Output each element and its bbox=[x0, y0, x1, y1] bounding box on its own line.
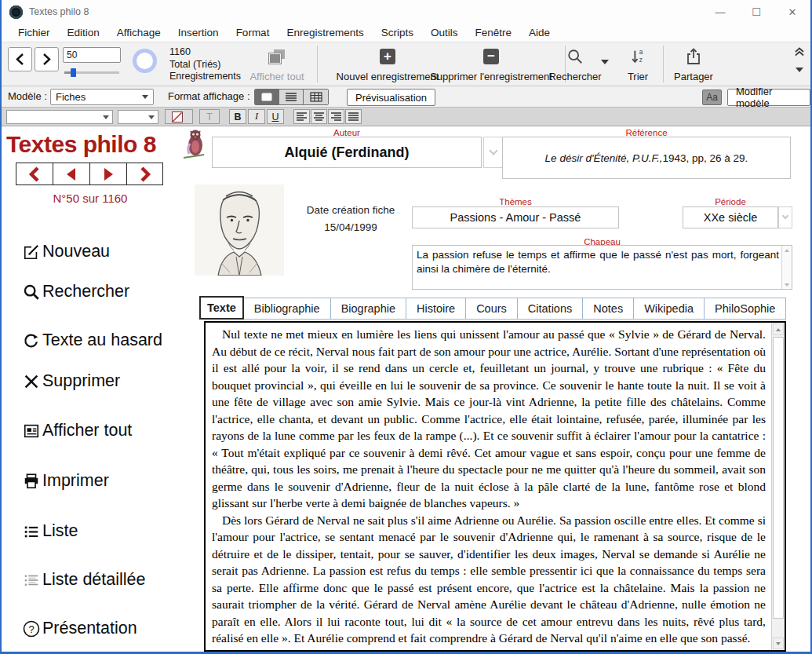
sidebar-item-texte-au-hasard[interactable]: Texte au hasard bbox=[22, 331, 162, 350]
sidebar-item-nouveau[interactable]: Nouveau bbox=[22, 242, 110, 261]
tab-citations[interactable]: Citations bbox=[518, 298, 583, 320]
italic-button[interactable]: I bbox=[248, 109, 265, 124]
scroll-up-icon[interactable] bbox=[782, 246, 792, 254]
record-number-input[interactable] bbox=[63, 47, 121, 63]
menu-enregistrements[interactable]: Enregistrements bbox=[278, 27, 372, 38]
minimize-button[interactable]: — bbox=[702, 0, 738, 24]
reference-field[interactable]: Le désir d'Étenité, P.U.F., 1943, pp, 26… bbox=[502, 137, 791, 179]
menu-fichier[interactable]: Fichier bbox=[9, 27, 59, 38]
sidebar-item-liste-detaillee[interactable]: Liste détaillée bbox=[22, 570, 145, 590]
app-window: Textes philo 8 — ☐ ✕ Fichier Edition Aff… bbox=[0, 0, 812, 654]
collapse-toolbar-icon[interactable] bbox=[795, 47, 804, 57]
search-icon bbox=[566, 48, 584, 65]
next-record-button[interactable] bbox=[35, 47, 59, 71]
align-left-button[interactable] bbox=[293, 109, 310, 124]
minus-icon: − bbox=[483, 49, 499, 64]
next-record-nav-button[interactable] bbox=[89, 163, 126, 185]
found-set-pie-indicator[interactable] bbox=[133, 49, 157, 73]
menu-insertion[interactable]: Insertion bbox=[169, 27, 228, 38]
refresh-icon bbox=[22, 331, 41, 350]
edit-layout-button[interactable]: Modifier modèle bbox=[727, 89, 810, 106]
align-justify-icon bbox=[348, 112, 359, 121]
form-view-button[interactable] bbox=[255, 90, 279, 104]
paragraph: Ainsi le rêve des passions est vaincu pa… bbox=[212, 647, 766, 651]
auteur-field[interactable]: Alquié (Ferdinand) bbox=[212, 137, 482, 168]
slider-thumb[interactable] bbox=[71, 68, 76, 77]
tab-bibliographie[interactable]: Bibliographie bbox=[244, 298, 331, 320]
sidebar-item-presentation[interactable]: ? Présentation bbox=[22, 619, 137, 638]
sidebar-item-liste[interactable]: Liste bbox=[22, 521, 78, 541]
menu-aide[interactable]: Aide bbox=[520, 27, 559, 38]
show-all-button[interactable]: Afficher tout bbox=[241, 46, 313, 82]
scroll-down-icon[interactable] bbox=[773, 638, 784, 649]
list-icon bbox=[22, 522, 41, 541]
sidebar-item-afficher-tout[interactable]: Afficher tout bbox=[22, 421, 132, 440]
font-size-select[interactable] bbox=[118, 110, 158, 124]
preview-button[interactable]: Prévisualisation bbox=[347, 89, 435, 106]
menu-edition[interactable]: Edition bbox=[59, 27, 108, 38]
formatting-aa-button[interactable]: Aa bbox=[702, 90, 722, 105]
bold-button[interactable]: B bbox=[229, 109, 246, 124]
previous-record-nav-button[interactable] bbox=[53, 163, 89, 185]
texte-scrollbar[interactable] bbox=[771, 323, 785, 650]
underline-button[interactable]: U bbox=[267, 109, 284, 124]
sidebar-item-label: Imprimer bbox=[42, 471, 109, 491]
tab-biographie[interactable]: Biographie bbox=[331, 298, 406, 320]
periode-dropdown-button[interactable] bbox=[778, 206, 792, 228]
tab-philosophie[interactable]: PhiloSophie bbox=[705, 298, 786, 320]
share-button[interactable]: Partager bbox=[664, 46, 723, 82]
table-view-button[interactable] bbox=[304, 90, 328, 104]
scroll-down-icon[interactable] bbox=[782, 280, 792, 289]
tab-wikipedia[interactable]: Wikipedia bbox=[634, 298, 705, 320]
tab-histoire[interactable]: Histoire bbox=[406, 298, 466, 320]
text-style-t-button[interactable]: T bbox=[199, 109, 220, 124]
texte-content[interactable]: Nul texte ne met mieux en lumière les li… bbox=[206, 323, 770, 650]
status-toolbar: 1160 Total (Triés) Enregistrements Affic… bbox=[2, 42, 810, 86]
scroll-up-icon[interactable] bbox=[773, 323, 784, 335]
tab-texte[interactable]: Texte bbox=[199, 296, 244, 320]
auteur-dropdown-button[interactable] bbox=[483, 137, 504, 168]
close-button[interactable]: ✕ bbox=[774, 0, 810, 24]
font-color-button[interactable] bbox=[165, 109, 193, 124]
paragraph: Dès lors Gérard de Nerval ne sait plus s… bbox=[212, 512, 766, 647]
menu-format[interactable]: Format bbox=[228, 27, 279, 38]
previous-record-button[interactable] bbox=[8, 47, 32, 71]
chapeau-field[interactable]: La passion refuse le temps et affirme qu… bbox=[412, 245, 792, 290]
find-button[interactable]: Rechercher bbox=[544, 46, 606, 82]
creation-date-label: Date création fiche bbox=[293, 202, 408, 219]
list-detail-icon bbox=[22, 571, 41, 590]
record-slider[interactable] bbox=[64, 68, 119, 76]
sidebar-item-imprimer[interactable]: Imprimer bbox=[22, 471, 109, 491]
align-center-button[interactable] bbox=[311, 109, 327, 124]
periode-field[interactable]: XXe siècle bbox=[683, 206, 778, 228]
list-view-button[interactable] bbox=[279, 90, 304, 104]
tab-notes[interactable]: Notes bbox=[583, 298, 634, 320]
record-detail-view: Textes philo 8 bbox=[2, 126, 810, 652]
align-center-icon bbox=[314, 112, 324, 121]
last-record-button[interactable] bbox=[126, 163, 163, 185]
layout-select[interactable]: Fiches bbox=[50, 89, 154, 105]
delete-record-button[interactable]: − Supprimer l'enregistrement bbox=[421, 46, 561, 82]
find-dropdown-caret[interactable] bbox=[601, 60, 609, 64]
app-icon bbox=[9, 5, 23, 19]
font-family-select[interactable] bbox=[6, 110, 113, 124]
first-record-button[interactable] bbox=[16, 163, 53, 185]
menu-affichage[interactable]: Affichage bbox=[108, 27, 169, 38]
toolbar-options-caret[interactable] bbox=[796, 68, 803, 72]
plus-icon: + bbox=[380, 49, 395, 64]
menu-outils[interactable]: Outils bbox=[422, 27, 467, 38]
align-right-button[interactable] bbox=[328, 109, 344, 124]
menu-fenetre[interactable]: Fenêtre bbox=[466, 27, 520, 38]
tab-cours[interactable]: Cours bbox=[466, 298, 518, 320]
window-title: Textes philo 8 bbox=[29, 6, 89, 17]
menu-scripts[interactable]: Scripts bbox=[373, 27, 422, 38]
maximize-button[interactable]: ☐ bbox=[738, 0, 774, 24]
chapeau-scrollbar[interactable] bbox=[781, 246, 792, 289]
themes-field[interactable]: Passions - Amour - Passé bbox=[412, 206, 619, 228]
sidebar-item-rechercher[interactable]: Rechercher bbox=[22, 282, 129, 301]
scrollbar-thumb[interactable] bbox=[773, 337, 784, 619]
sort-button[interactable]: a z Trier bbox=[617, 46, 658, 82]
align-justify-button[interactable] bbox=[345, 109, 362, 124]
sidebar-item-supprimer[interactable]: Supprimer bbox=[22, 371, 120, 391]
triangle-right-icon bbox=[101, 166, 115, 182]
